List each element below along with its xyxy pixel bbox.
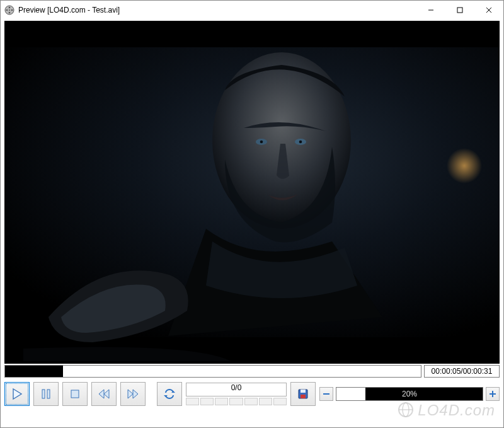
minimize-icon: [428, 7, 434, 13]
svg-point-3: [9, 12, 11, 14]
svg-marker-18: [13, 389, 21, 399]
svg-point-4: [6, 9, 8, 11]
maximize-icon: [457, 7, 463, 13]
titlebar: Preview [LO4D.com - Test.avi]: [1, 1, 503, 20]
svg-rect-29: [301, 390, 306, 393]
seek-bar[interactable]: [4, 365, 421, 378]
close-icon: [486, 7, 492, 13]
frame-group: 0/0: [186, 383, 287, 405]
frame-counter[interactable]: 0/0: [186, 383, 287, 396]
close-button[interactable]: [474, 1, 503, 20]
svg-rect-21: [71, 390, 79, 398]
rewind-button[interactable]: [91, 382, 117, 406]
loop-button[interactable]: [157, 382, 182, 406]
svg-rect-31: [323, 393, 329, 395]
film-reel-icon: [4, 5, 14, 15]
pause-icon: [40, 388, 52, 400]
svg-rect-19: [42, 390, 45, 398]
svg-rect-20: [47, 390, 50, 398]
frame-tick[interactable]: [229, 398, 243, 405]
frame-tick[interactable]: [244, 398, 258, 405]
stop-button[interactable]: [62, 382, 88, 406]
frame-tick[interactable]: [273, 398, 287, 405]
window-title: Preview [LO4D.com - Test.avi]: [18, 6, 416, 14]
svg-marker-25: [133, 390, 138, 398]
controls-row: 0/0 20%: [4, 381, 500, 407]
svg-rect-33: [492, 391, 493, 397]
frame-ticks: [186, 398, 287, 405]
play-button[interactable]: [4, 382, 30, 406]
time-display: 00:00:05/00:00:31: [424, 365, 500, 378]
save-button[interactable]: [290, 382, 316, 406]
frame-tick[interactable]: [215, 398, 228, 405]
speed-increase-button[interactable]: [486, 387, 500, 401]
speed-decrease-button[interactable]: [319, 387, 333, 401]
plus-icon: [489, 390, 496, 398]
speed-fill: [336, 388, 365, 400]
svg-point-17: [299, 141, 302, 144]
stop-icon: [69, 388, 81, 400]
svg-marker-22: [99, 390, 104, 398]
seek-progress-fill: [5, 366, 63, 377]
svg-point-2: [11, 9, 13, 11]
svg-rect-30: [301, 395, 306, 398]
speed-percent-label: 20%: [402, 390, 417, 398]
save-icon: [297, 388, 309, 400]
video-viewport[interactable]: [4, 21, 500, 364]
client-area: 00:00:05/00:00:31 0/0: [1, 20, 503, 410]
play-icon: [11, 388, 23, 400]
speed-display[interactable]: 20%: [336, 387, 483, 401]
svg-point-5: [9, 9, 10, 11]
frame-tick[interactable]: [259, 398, 272, 405]
minimize-button[interactable]: [416, 1, 445, 20]
svg-marker-24: [128, 390, 133, 398]
svg-point-12: [447, 148, 482, 183]
maximize-button[interactable]: [445, 1, 474, 20]
svg-rect-7: [457, 8, 462, 13]
rewind-icon: [98, 388, 110, 400]
speed-group: 20%: [319, 387, 500, 401]
fast-forward-icon: [127, 388, 139, 400]
frame-tick[interactable]: [186, 398, 199, 405]
window-controls: [416, 1, 503, 20]
pause-button[interactable]: [33, 382, 59, 406]
svg-point-1: [9, 7, 11, 9]
fast-forward-button[interactable]: [120, 382, 146, 406]
frame-tick[interactable]: [200, 398, 214, 405]
seek-row: 00:00:05/00:00:31: [4, 365, 500, 378]
loop-icon: [163, 388, 176, 400]
svg-marker-23: [104, 390, 109, 398]
minus-icon: [323, 390, 330, 398]
svg-point-16: [260, 141, 263, 144]
